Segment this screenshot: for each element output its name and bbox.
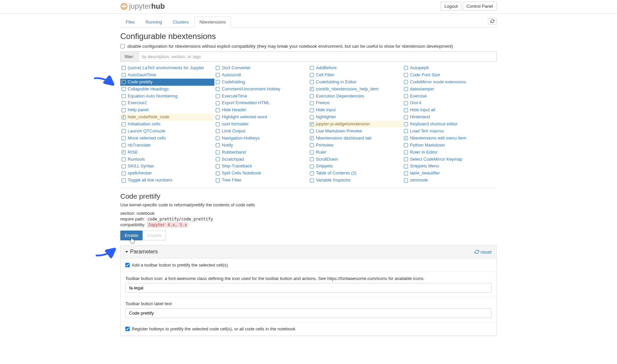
- checkbox-icon[interactable]: [310, 157, 314, 161]
- checkbox-icon[interactable]: [216, 101, 220, 105]
- checkbox-icon[interactable]: [216, 164, 220, 168]
- extension-item[interactable]: Hide input all: [403, 107, 497, 114]
- checkbox-icon[interactable]: [310, 94, 314, 98]
- extension-item[interactable]: (some) LaTeX environments for Jupyter: [120, 65, 214, 72]
- parameters-header[interactable]: Parameters reset: [121, 245, 496, 258]
- checkbox-icon[interactable]: [404, 157, 408, 161]
- checkbox-icon[interactable]: [404, 164, 408, 168]
- checkbox-icon[interactable]: [404, 73, 408, 77]
- extension-item[interactable]: 2to3 Converter: [214, 65, 308, 72]
- checkbox-icon[interactable]: [216, 171, 220, 175]
- extension-item[interactable]: Execution Dependencies: [308, 93, 403, 100]
- checkbox-icon[interactable]: [216, 115, 220, 119]
- extension-item[interactable]: Freeze: [308, 99, 403, 107]
- checkbox-icon[interactable]: [404, 171, 408, 175]
- extension-item[interactable]: Equation Auto Numbering: [120, 93, 214, 100]
- extension-item[interactable]: Live Markdown Preview: [308, 128, 403, 135]
- extension-item[interactable]: Comment/Uncomment Hotkey: [214, 86, 308, 93]
- extension-item[interactable]: table_beautifier: [403, 170, 497, 177]
- checkbox-icon[interactable]: [404, 101, 408, 105]
- param-label-input[interactable]: [125, 308, 492, 318]
- extension-item[interactable]: Keyboard shortcut editor: [403, 121, 497, 128]
- extension-item[interactable]: Hide Header: [214, 107, 308, 114]
- checkbox-icon[interactable]: [216, 157, 220, 161]
- extension-item[interactable]: Codefolding: [214, 79, 308, 86]
- tab-running[interactable]: Running: [140, 16, 167, 28]
- extension-item[interactable]: Nbextensions edit menu item: [403, 135, 497, 142]
- extension-item[interactable]: Select CodeMirror Keymap: [403, 156, 497, 163]
- enable-button[interactable]: Enable: [120, 231, 142, 240]
- extension-item[interactable]: Printview: [308, 142, 403, 149]
- extension-item[interactable]: Toggle all line numbers: [120, 177, 214, 184]
- checkbox-icon[interactable]: [122, 178, 126, 183]
- extension-item[interactable]: nbTranslate: [120, 142, 214, 149]
- extension-item[interactable]: Collapsible Headings: [120, 86, 214, 93]
- extension-item[interactable]: Hide input: [308, 107, 403, 114]
- checkbox-icon[interactable]: [404, 136, 408, 140]
- extension-item[interactable]: CodeMirror mode extensions: [403, 79, 497, 86]
- checkbox-icon[interactable]: [310, 129, 314, 133]
- checkbox-icon[interactable]: [122, 87, 126, 91]
- checkbox-icon[interactable]: [216, 80, 220, 84]
- extension-item[interactable]: Variable Inspector: [308, 177, 403, 184]
- extension-item[interactable]: Snippets: [308, 163, 403, 170]
- extension-item[interactable]: SKILL Syntax: [120, 163, 214, 170]
- checkbox-icon[interactable]: [216, 87, 220, 91]
- extension-item[interactable]: Launch QTConsole: [120, 128, 214, 135]
- extension-item[interactable]: highlighter: [308, 114, 403, 121]
- checkbox-icon[interactable]: [404, 178, 408, 183]
- extension-item[interactable]: Highlight selected word: [214, 114, 308, 121]
- extension-item[interactable]: Initialization cells: [120, 121, 214, 128]
- param-hotkeys-checkbox[interactable]: [125, 327, 130, 331]
- extension-item[interactable]: Load TeX macros: [403, 128, 497, 135]
- extension-item[interactable]: AutoSaveTime: [120, 72, 214, 79]
- extension-item[interactable]: Tree Filter: [214, 177, 308, 184]
- checkbox-icon[interactable]: [310, 115, 314, 119]
- extension-item[interactable]: Move selected cells: [120, 135, 214, 142]
- extension-item[interactable]: Export Embedded HTML: [214, 99, 308, 107]
- extension-item[interactable]: contrib_nbextensions_help_item: [308, 86, 403, 93]
- checkbox-icon[interactable]: [122, 157, 126, 161]
- extension-item[interactable]: Help panel: [120, 107, 214, 114]
- extension-item[interactable]: Exercise: [403, 93, 497, 100]
- param-toolbar-checkbox[interactable]: [125, 263, 130, 267]
- checkbox-icon[interactable]: [122, 101, 126, 105]
- checkbox-icon[interactable]: [404, 129, 408, 133]
- checkbox-icon[interactable]: [122, 171, 126, 175]
- refresh-button[interactable]: [488, 18, 497, 25]
- extension-item[interactable]: Exercise2: [120, 99, 214, 107]
- checkbox-icon[interactable]: [122, 136, 126, 140]
- checkbox-icon[interactable]: [122, 129, 126, 133]
- checkbox-icon[interactable]: [310, 73, 314, 77]
- extension-item[interactable]: Autoscroll: [214, 72, 308, 79]
- checkbox-icon[interactable]: [310, 150, 314, 154]
- extension-item[interactable]: Navigation-Hotkeys: [214, 135, 308, 142]
- tab-clusters[interactable]: Clusters: [167, 16, 194, 28]
- checkbox-icon[interactable]: [310, 164, 314, 168]
- checkbox-icon[interactable]: [122, 80, 126, 84]
- checkbox-icon[interactable]: [310, 122, 314, 126]
- checkbox-icon[interactable]: [404, 150, 408, 154]
- extension-item[interactable]: Skip-Traceback: [214, 163, 308, 170]
- control-panel-button[interactable]: Control Panel: [463, 2, 497, 11]
- checkbox-icon[interactable]: [404, 115, 408, 119]
- checkbox-icon[interactable]: [404, 80, 408, 84]
- checkbox-icon[interactable]: [404, 94, 408, 98]
- extension-item[interactable]: Snippets Menu: [403, 163, 497, 170]
- checkbox-icon[interactable]: [122, 122, 126, 126]
- extension-item[interactable]: isort formatter: [214, 121, 308, 128]
- checkbox-icon[interactable]: [122, 150, 126, 154]
- checkbox-icon[interactable]: [310, 143, 314, 147]
- extension-item[interactable]: Scratchpad: [214, 156, 308, 163]
- extension-item[interactable]: jupyter-js-widgets/extension: [308, 121, 403, 128]
- checkbox-icon[interactable]: [310, 171, 314, 175]
- extension-item[interactable]: Nbextensions dashboard tab: [308, 135, 403, 142]
- checkbox-icon[interactable]: [216, 178, 220, 183]
- extension-item[interactable]: Code Font Size: [403, 72, 497, 79]
- extension-item[interactable]: ScrollDown: [308, 156, 403, 163]
- extension-item[interactable]: Code prettify: [120, 79, 214, 86]
- extension-item[interactable]: Notify: [214, 142, 308, 149]
- checkbox-icon[interactable]: [122, 66, 126, 70]
- checkbox-icon[interactable]: [216, 73, 220, 77]
- extension-item[interactable]: Table of Contents (2): [308, 170, 403, 177]
